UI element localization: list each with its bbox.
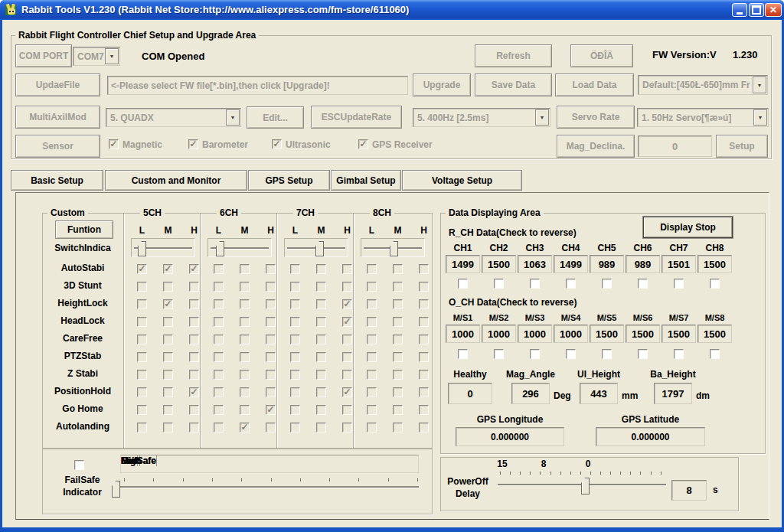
com-port-button[interactable]: COM PORT [15,44,72,67]
language-button[interactable]: ÖÐÎÄ [570,44,633,67]
mode-checkbox-autolanding-5ch-h[interactable] [189,423,199,432]
mode-checkbox-go-home-5ch-h[interactable] [189,405,199,415]
slider-thumb[interactable] [138,241,146,256]
mode-checkbox-3d-stunt-8ch-l[interactable] [367,282,377,292]
mode-checkbox-headlock-6ch-h[interactable] [266,317,276,327]
mode-checkbox-z-stabi-8ch-l[interactable] [367,370,377,380]
upgrade-button[interactable]: Upgrade [413,73,471,96]
mode-checkbox-carefree-6ch-h[interactable] [266,335,276,344]
mode-checkbox-go-home-6ch-l[interactable] [214,405,224,415]
edit-button[interactable]: Edit... [247,106,304,129]
mode-checkbox-positionhold-7ch-m[interactable] [316,387,326,397]
mode-checkbox-positionhold-7ch-h[interactable]: ✓ [342,387,352,397]
tab-custom-and-monitor[interactable]: Custom and Monitor [105,170,247,191]
rch-reverse-checkbox-ch1[interactable] [458,279,468,289]
mode-checkbox-go-home-8ch-m[interactable] [393,405,403,415]
mode-checkbox-3d-stunt-6ch-m[interactable] [240,282,250,292]
mode-checkbox-heightlock-5ch-l[interactable] [137,299,147,309]
sensor-checkbox-barometer[interactable]: ✓ [188,139,198,149]
mode-checkbox-heightlock-8ch-m[interactable] [393,299,403,309]
esc-rate-select[interactable]: 5. 400Hz [2.5ms] ▼ [413,108,550,127]
close-button[interactable]: ✕ [765,3,782,17]
mode-checkbox-autostabi-8ch-l[interactable] [367,264,377,274]
switch-indicator-slider[interactable] [284,238,348,257]
mode-checkbox-autostabi-8ch-m[interactable] [393,264,403,274]
chevron-down-icon[interactable]: ▼ [105,48,119,64]
slider-thumb[interactable] [216,241,224,256]
mode-checkbox-heightlock-5ch-m[interactable]: ✓ [163,299,173,309]
mode-checkbox-z-stabi-8ch-h[interactable] [419,370,429,380]
update-file-button[interactable]: UpdaeFile [15,73,100,96]
mode-checkbox-carefree-8ch-l[interactable] [367,335,377,344]
mode-checkbox-z-stabi-7ch-m[interactable] [316,370,326,380]
rch-reverse-checkbox-ch5[interactable] [602,279,612,289]
mode-checkbox-carefree-5ch-m[interactable] [163,335,173,344]
och-reverse-checkbox-m-s2[interactable] [494,349,504,359]
function-button[interactable]: Funtion [55,220,113,239]
minimize-button[interactable] [732,3,747,17]
mode-checkbox-headlock-8ch-m[interactable] [393,317,403,327]
mode-checkbox-go-home-5ch-l[interactable] [137,405,147,415]
mag-declina-input[interactable]: 0 [638,135,712,157]
com-port-select[interactable]: COM7 ▼ [73,47,120,66]
mode-checkbox-heightlock-6ch-m[interactable] [240,299,250,309]
maximize-button[interactable] [749,3,764,17]
switch-indicator-slider[interactable] [207,238,272,257]
mode-checkbox-autolanding-5ch-l[interactable] [137,423,147,432]
och-reverse-checkbox-m-s1[interactable] [458,349,468,359]
sensor-checkbox-magnetic[interactable]: ✓ [109,139,119,149]
och-reverse-checkbox-m-s4[interactable] [566,349,576,359]
chevron-down-icon[interactable]: ▼ [753,77,766,93]
mode-checkbox-autolanding-7ch-h[interactable] [342,423,352,432]
och-reverse-checkbox-m-s6[interactable] [638,349,648,359]
mode-checkbox-carefree-8ch-m[interactable] [393,335,403,344]
mode-checkbox-z-stabi-5ch-h[interactable] [189,370,199,380]
sensor-checkbox-gps-receiver[interactable]: ✓ [358,139,368,149]
rch-reverse-checkbox-ch8[interactable] [710,279,720,289]
mode-checkbox-ptzstab-5ch-l[interactable] [137,352,147,362]
chevron-down-icon[interactable]: ▼ [753,109,767,126]
mode-checkbox-3d-stunt-6ch-h[interactable] [266,282,276,292]
mode-checkbox-go-home-5ch-m[interactable] [163,405,173,415]
tab-basic-setup[interactable]: Basic Setup [11,170,103,191]
mode-checkbox-heightlock-6ch-l[interactable] [214,299,224,309]
mode-checkbox-positionhold-6ch-h[interactable] [266,387,276,397]
rch-reverse-checkbox-ch4[interactable] [566,279,576,289]
mode-checkbox-positionhold-5ch-m[interactable] [163,387,173,397]
mode-checkbox-headlock-6ch-l[interactable] [214,317,224,327]
mode-checkbox-3d-stunt-8ch-m[interactable] [393,282,403,292]
mode-checkbox-go-home-6ch-h[interactable]: ✓ [266,405,276,415]
mode-checkbox-autostabi-8ch-h[interactable] [419,264,429,274]
mode-checkbox-z-stabi-6ch-h[interactable] [266,370,276,380]
och-reverse-checkbox-m-s5[interactable] [602,349,612,359]
och-reverse-checkbox-m-s7[interactable] [674,349,684,359]
mode-checkbox-3d-stunt-8ch-h[interactable] [419,282,429,292]
mode-checkbox-carefree-7ch-m[interactable] [316,335,326,344]
mode-checkbox-autolanding-5ch-m[interactable] [163,423,173,432]
mode-checkbox-autolanding-6ch-h[interactable] [266,423,276,432]
mode-checkbox-ptzstab-8ch-h[interactable] [419,352,429,362]
mode-checkbox-z-stabi-5ch-l[interactable] [137,370,147,380]
mode-checkbox-carefree-7ch-l[interactable] [290,335,300,344]
failsafe-checkbox[interactable] [74,460,84,470]
mode-checkbox-positionhold-5ch-h[interactable]: ✓ [189,387,199,397]
mode-checkbox-autostabi-7ch-m[interactable] [316,264,326,274]
mode-checkbox-heightlock-8ch-l[interactable] [367,299,377,309]
switch-indicator-slider[interactable] [361,238,425,257]
mode-checkbox-go-home-8ch-h[interactable] [419,405,429,415]
mode-checkbox-go-home-7ch-h[interactable] [342,405,352,415]
mode-checkbox-autolanding-6ch-m[interactable]: ✓ [240,423,250,432]
mode-checkbox-autostabi-7ch-l[interactable] [290,264,300,274]
chevron-down-icon[interactable]: ▼ [535,109,549,126]
mode-checkbox-ptzstab-8ch-l[interactable] [367,352,377,362]
mode-checkbox-autolanding-8ch-m[interactable] [393,423,403,432]
mode-checkbox-autostabi-6ch-h[interactable] [266,264,276,274]
mode-checkbox-autostabi-6ch-m[interactable] [240,264,250,274]
mode-checkbox-z-stabi-7ch-l[interactable] [290,370,300,380]
switch-indicator-slider[interactable] [131,238,195,257]
tab-gimbal-setup[interactable]: Gimbal Setup [331,170,401,191]
mode-checkbox-carefree-5ch-h[interactable] [189,335,199,344]
mode-checkbox-autolanding-7ch-m[interactable] [316,423,326,432]
mode-checkbox-3d-stunt-5ch-h[interactable] [189,282,199,292]
mode-checkbox-z-stabi-5ch-m[interactable] [163,370,173,380]
